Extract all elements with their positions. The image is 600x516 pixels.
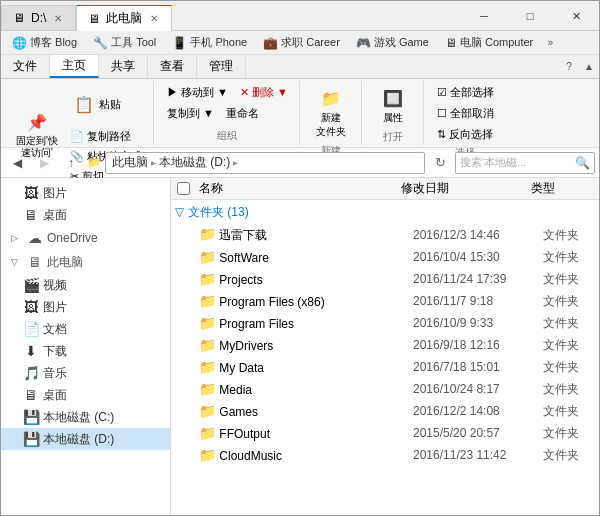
path-thispc[interactable]: 此电脑 [112, 154, 148, 171]
delete-button[interactable]: ✕ 删除 ▼ [235, 83, 293, 102]
sidebar-item-desktop[interactable]: 🖥 桌面 [1, 204, 170, 226]
move-to-button[interactable]: ▶ 移动到 ▼ [162, 83, 233, 102]
select-all-button[interactable]: ☑ 全部选择 [432, 83, 499, 102]
pics2-icon: 🖼 [23, 299, 39, 315]
tab-d[interactable]: 🖥 D:\ ✕ [1, 5, 76, 31]
bookmark-computer-label: 电脑 Computer [460, 35, 533, 50]
toolbar-help[interactable]: ? [559, 55, 579, 78]
nav-back-button[interactable]: ◀ [5, 151, 29, 175]
open-label: 打开 [383, 128, 403, 144]
folder-path-icon: 📁 [86, 155, 102, 171]
path-sep2: ▸ [233, 157, 238, 168]
bookmark-blog[interactable]: 🌐 博客 Blog [5, 33, 84, 53]
row-date: 2016/12/3 14:46 [409, 228, 539, 242]
invert-select-button[interactable]: ⇅ 反向选择 [432, 125, 499, 144]
bookmarks-more[interactable]: » [542, 33, 558, 53]
sidebar-item-videos[interactable]: 🎬 视频 [1, 274, 170, 296]
properties-button[interactable]: 🔲 属性 [373, 83, 413, 128]
sidebar-item-downloads[interactable]: ⬇ 下载 [1, 340, 170, 362]
folder-icon-row: 📁 [199, 315, 216, 331]
tab-view[interactable]: 查看 [148, 55, 197, 78]
nav-forward-button: ▶ [32, 151, 56, 175]
cdrive-icon: 💾 [23, 409, 39, 425]
tab-file[interactable]: 文件 [1, 55, 50, 78]
search-box[interactable]: 搜索'本地磁... 🔍 [455, 152, 595, 174]
tab-d-close[interactable]: ✕ [51, 11, 65, 25]
close-button[interactable]: ✕ [553, 1, 599, 31]
row-name: 📁 SoftWare [195, 249, 409, 265]
minimize-button[interactable]: ─ [461, 1, 507, 31]
table-row[interactable]: 📁 FFOutput 2015/5/20 20:57 文件夹 [171, 422, 599, 444]
path-ddrive[interactable]: 本地磁盘 (D:) [159, 154, 230, 171]
bookmark-game-label: 游戏 Game [374, 35, 429, 50]
table-row[interactable]: 📁 MyDrivers 2016/9/18 12:16 文件夹 [171, 334, 599, 356]
bookmark-career[interactable]: 💼 求职 Career [256, 33, 347, 53]
table-row[interactable]: 📁 Program Files (x86) 2016/11/7 9:18 文件夹 [171, 290, 599, 312]
copy-path-label: 复制路径 [87, 129, 131, 144]
table-row[interactable]: 📁 CloudMusic 2016/11/23 11:42 文件夹 [171, 444, 599, 466]
bookmark-phone[interactable]: 📱 手机 Phone [165, 33, 254, 53]
header-date[interactable]: 修改日期 [397, 180, 527, 197]
toolbar-collapse[interactable]: ▲ [579, 55, 599, 78]
nav-up-button[interactable]: ↑ [59, 151, 83, 175]
bookmark-game[interactable]: 🎮 游戏 Game [349, 33, 436, 53]
copy-path-button[interactable]: 📄 复制路径 [65, 127, 147, 146]
sidebar-item-ddrive[interactable]: 💾 本地磁盘 (D:) [1, 428, 170, 450]
paste-button[interactable]: 📋 粘贴 [65, 83, 147, 125]
row-name-text: FFOutput [219, 427, 270, 441]
new-folder-button[interactable]: 📁 新建文件夹 [311, 83, 351, 142]
refresh-button[interactable]: ↻ [428, 152, 452, 174]
bookmark-computer[interactable]: 🖥 电脑 Computer [438, 33, 540, 53]
folder-section-expand: ▽ [175, 205, 184, 219]
table-row[interactable]: 📁 迅雷下载 2016/12/3 14:46 文件夹 [171, 224, 599, 246]
sidebar-item-docs[interactable]: 📄 文档 [1, 318, 170, 340]
sidebar-item-cdrive[interactable]: 💾 本地磁盘 (C:) [1, 406, 170, 428]
onedrive-icon: ☁ [27, 230, 43, 246]
sidebar-onedrive[interactable]: ▷ ☁ OneDrive [1, 226, 170, 250]
sidebar-item-pics2[interactable]: 🖼 图片 [1, 296, 170, 318]
row-name-text: Media [219, 383, 252, 397]
search-placeholder-text: 搜索'本地磁... [460, 155, 572, 170]
sidebar-thispc[interactable]: ▽ 🖥 此电脑 [1, 250, 170, 274]
select-all-checkbox[interactable] [177, 182, 190, 195]
path-sep1: ▸ [151, 157, 156, 168]
phone-icon: 📱 [172, 36, 187, 50]
tab-pc-close[interactable]: ✕ [147, 12, 161, 26]
sidebar-item-music[interactable]: 🎵 音乐 [1, 362, 170, 384]
address-path[interactable]: 此电脑 ▸ 本地磁盘 (D:) ▸ [105, 152, 425, 174]
table-row[interactable]: 📁 Games 2016/12/2 14:08 文件夹 [171, 400, 599, 422]
thispc-expand: ▽ [11, 257, 23, 267]
sidebar-ddrive-label: 本地磁盘 (D:) [43, 431, 114, 448]
toolbar-tabs: 文件 主页 共享 查看 管理 ? ▲ [1, 55, 599, 79]
rename-button[interactable]: 重命名 [221, 104, 264, 123]
table-row[interactable]: 📁 Media 2016/10/24 8:17 文件夹 [171, 378, 599, 400]
sidebar-downloads-label: 下载 [43, 343, 67, 360]
table-row[interactable]: 📁 Projects 2016/11/24 17:39 文件夹 [171, 268, 599, 290]
row-name: 📁 Media [195, 381, 409, 397]
bookmark-tool[interactable]: 🔧 工具 Tool [86, 33, 163, 53]
tab-home[interactable]: 主页 [50, 55, 99, 78]
folder-section-header[interactable]: ▽ 文件夹 (13) [171, 200, 599, 224]
sidebar-item-pictures[interactable]: 🖼 图片 [1, 182, 170, 204]
tab-manage[interactable]: 管理 [197, 55, 246, 78]
sidebar-item-desktop2[interactable]: 🖥 桌面 [1, 384, 170, 406]
header-name[interactable]: 名称 [195, 180, 397, 197]
organize-label: 组织 [217, 127, 237, 143]
row-name: 📁 CloudMusic [195, 447, 409, 463]
open-buttons: 🔲 属性 [373, 83, 413, 128]
table-row[interactable]: 📁 Program Files 2016/10/9 9:33 文件夹 [171, 312, 599, 334]
tab-share[interactable]: 共享 [99, 55, 148, 78]
maximize-button[interactable]: □ [507, 1, 553, 31]
row-type: 文件夹 [539, 249, 599, 266]
pictures-icon: 🖼 [23, 185, 39, 201]
copy-to-button[interactable]: 复制到 ▼ [162, 104, 219, 123]
select-none-button[interactable]: ☐ 全部取消 [432, 104, 499, 123]
table-row[interactable]: 📁 My Data 2016/7/18 15:01 文件夹 [171, 356, 599, 378]
tab-pc[interactable]: 🖥 此电脑 ✕ [76, 5, 172, 31]
bookmark-phone-label: 手机 Phone [190, 35, 247, 50]
group-organize: ▶ 移动到 ▼ ✕ 删除 ▼ 复制到 ▼ 重命名 组织 [156, 81, 300, 145]
bookmark-career-label: 求职 Career [281, 35, 340, 50]
header-type[interactable]: 类型 [527, 180, 587, 197]
folder-icon-row: 📁 [199, 425, 216, 441]
table-row[interactable]: 📁 SoftWare 2016/10/4 15:30 文件夹 [171, 246, 599, 268]
